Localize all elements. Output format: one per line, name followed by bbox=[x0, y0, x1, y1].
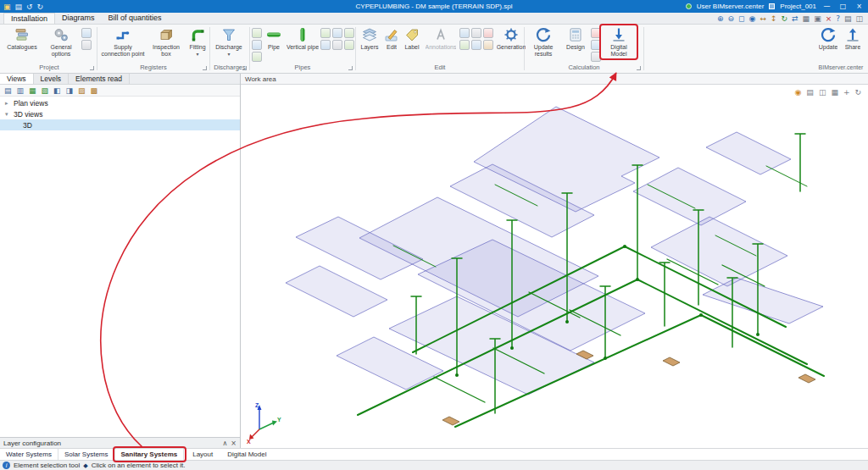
design-button[interactable]: Design bbox=[561, 26, 590, 51]
fitting-button[interactable]: Fitting ▾ bbox=[186, 26, 209, 57]
supply-connection-point-button[interactable]: Supply connection point bbox=[99, 26, 147, 58]
pipe-button[interactable]: Pipe bbox=[263, 26, 285, 51]
refresh-model-icon[interactable]: ↻ bbox=[854, 87, 861, 97]
project-label[interactable]: Project_001 bbox=[780, 3, 816, 10]
tab-sanitary-systems[interactable]: Sanitary Systems bbox=[115, 449, 185, 460]
zoom-out-icon[interactable]: ⊖ bbox=[728, 14, 735, 24]
pipe-elbow-button[interactable] bbox=[320, 28, 331, 38]
grid-icon[interactable]: ▦ bbox=[803, 14, 810, 24]
pipe-tool-button[interactable] bbox=[252, 28, 262, 38]
dialog-launcher-icon[interactable] bbox=[203, 66, 207, 70]
minimize-button[interactable]: — bbox=[821, 3, 832, 10]
dialog-launcher-icon[interactable] bbox=[90, 66, 94, 70]
mirror-tool-button[interactable] bbox=[471, 40, 481, 50]
import-tool-button[interactable] bbox=[81, 28, 92, 38]
view-print-icon[interactable]: ▩ bbox=[91, 86, 98, 96]
chevron-right-icon[interactable]: ▸ bbox=[5, 100, 11, 107]
edit-view-icon[interactable]: ▥ bbox=[17, 86, 25, 96]
dialog-launcher-icon[interactable] bbox=[348, 66, 353, 70]
delete-tool-button[interactable] bbox=[483, 28, 493, 38]
discharge-dropdown-icon[interactable]: ▾ bbox=[227, 52, 230, 57]
maximize-button[interactable]: □ bbox=[837, 3, 849, 10]
rotate-tool-button[interactable] bbox=[459, 40, 470, 50]
pipe-cross-button[interactable] bbox=[344, 28, 354, 38]
bim-update-button[interactable]: Update bbox=[815, 26, 841, 51]
check-results-button[interactable] bbox=[591, 52, 601, 62]
report-icon[interactable]: ▤ bbox=[844, 14, 852, 24]
split-view-icon[interactable]: ◫ bbox=[819, 87, 826, 97]
tab-digital-model[interactable]: Digital Model bbox=[221, 449, 272, 460]
move-down-view-icon[interactable]: ◨ bbox=[66, 86, 74, 96]
measure-tool-button[interactable] bbox=[483, 40, 493, 50]
copy-tool-button[interactable] bbox=[459, 28, 470, 38]
undo-icon[interactable]: ↺ bbox=[26, 3, 33, 11]
move-up-view-icon[interactable]: ◧ bbox=[53, 86, 61, 96]
chevron-down-icon[interactable]: ▾ bbox=[5, 111, 11, 118]
catalogues-button[interactable]: Catalogues bbox=[3, 26, 41, 51]
tab-solar-systems[interactable]: Solar Systems bbox=[58, 449, 115, 460]
zoom-in-icon[interactable]: ⊕ bbox=[717, 14, 724, 24]
grid-view-icon[interactable]: ▦ bbox=[831, 87, 838, 97]
close-view-icon[interactable]: × bbox=[826, 14, 832, 24]
pipe-tool-button[interactable] bbox=[252, 40, 262, 50]
zoom-window-icon[interactable]: ◻ bbox=[738, 14, 744, 24]
windows-icon[interactable]: ◫ bbox=[855, 14, 863, 24]
tree-item-3d[interactable]: 3D bbox=[0, 119, 240, 130]
swap-view-icon[interactable]: ⇄ bbox=[792, 14, 798, 24]
bim-share-button[interactable]: Share bbox=[842, 26, 864, 51]
vertical-pipe-button[interactable]: Vertical pipe bbox=[286, 26, 320, 51]
move-tool-button[interactable] bbox=[471, 28, 481, 38]
dialog-launcher-icon[interactable] bbox=[242, 66, 247, 70]
save-icon[interactable]: ▤ bbox=[15, 3, 23, 11]
delete-view-icon[interactable]: ▧ bbox=[42, 86, 49, 96]
tab-installation[interactable]: Installation bbox=[3, 13, 55, 24]
user-view-icon[interactable]: ◉ bbox=[795, 87, 802, 97]
collapse-panel-icon[interactable]: ∧ bbox=[222, 440, 227, 447]
print-view-icon[interactable]: ▤ bbox=[806, 87, 814, 97]
close-panel-icon[interactable]: × bbox=[231, 440, 236, 447]
tab-diagrams[interactable]: Diagrams bbox=[55, 13, 102, 24]
dialog-launcher-icon[interactable] bbox=[637, 66, 641, 70]
tab-elements-read[interactable]: Elements read bbox=[69, 74, 130, 84]
general-options-button[interactable]: General options bbox=[42, 26, 81, 58]
inspection-box-button[interactable]: Inspection box bbox=[147, 26, 185, 58]
orbit-icon[interactable]: ◉ bbox=[749, 14, 756, 24]
clear-results-button[interactable] bbox=[591, 28, 601, 38]
fitting-dropdown-icon[interactable]: ▾ bbox=[196, 52, 198, 57]
digital-model-button[interactable]: Digital Model bbox=[602, 26, 636, 58]
update-results-button[interactable]: Update results bbox=[526, 26, 560, 58]
pipe-reducer-button[interactable] bbox=[344, 40, 354, 50]
generation-button[interactable]: Generation bbox=[495, 26, 527, 51]
new-view-icon[interactable]: ▤ bbox=[4, 86, 12, 96]
add-view-icon[interactable]: + bbox=[843, 87, 850, 97]
model-canvas[interactable]: ◉ ▤ ◫ ▦ + ↻ Z Y X bbox=[241, 85, 868, 448]
pipe-tee-button[interactable] bbox=[332, 28, 342, 38]
label-button[interactable]: Label bbox=[402, 26, 422, 51]
tree-item-plan-views[interactable]: ▸ Plan views bbox=[0, 97, 240, 108]
discharge-button[interactable]: Discharge ▾ bbox=[212, 26, 246, 57]
pan-vertical-icon[interactable]: ↕ bbox=[771, 14, 777, 24]
results-table-button[interactable] bbox=[591, 40, 601, 50]
redo-icon[interactable]: ↻ bbox=[37, 3, 44, 11]
close-button[interactable]: × bbox=[854, 3, 865, 10]
pan-horizontal-icon[interactable]: ↔ bbox=[760, 14, 766, 24]
snapshot-icon[interactable]: ▣ bbox=[814, 14, 821, 24]
layers-button[interactable]: Layers bbox=[358, 26, 381, 51]
3d-model-view[interactable] bbox=[241, 85, 868, 448]
refresh-view-icon[interactable]: ↻ bbox=[782, 14, 788, 24]
tab-views[interactable]: Views bbox=[0, 74, 34, 84]
edit-button[interactable]: Edit bbox=[382, 26, 401, 51]
tab-layout[interactable]: Layout bbox=[186, 449, 219, 460]
duplicate-view-icon[interactable]: ▦ bbox=[29, 86, 36, 96]
bimserver-user-label[interactable]: User BIMserver.center bbox=[697, 3, 765, 10]
pipe-valve-button[interactable] bbox=[320, 40, 331, 50]
tree-item-3d-views[interactable]: ▾ 3D views bbox=[0, 108, 240, 119]
export-tool-button[interactable] bbox=[81, 40, 92, 50]
annotations-button[interactable]: Annotations bbox=[423, 26, 459, 51]
tab-bill-of-quantities[interactable]: Bill of quantities bbox=[102, 13, 169, 24]
pipe-cap-button[interactable] bbox=[332, 40, 342, 50]
pipe-tool-button[interactable] bbox=[252, 52, 262, 62]
tab-water-systems[interactable]: Water Systems bbox=[0, 449, 58, 460]
view-options-icon[interactable]: ▨ bbox=[78, 86, 86, 96]
help-icon[interactable]: ? bbox=[836, 14, 840, 24]
